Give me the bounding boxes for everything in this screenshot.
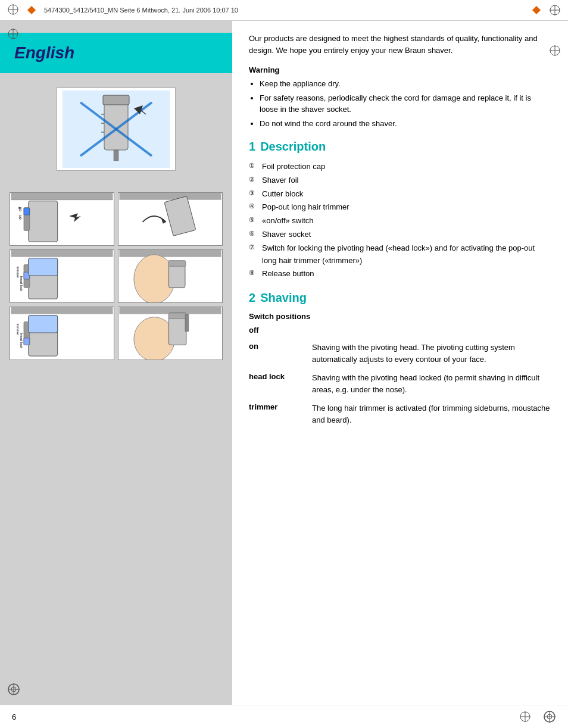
- diamond-mark-right: [532, 6, 541, 14]
- shaver-diagram-svg: [63, 90, 170, 168]
- svg-rect-55: [29, 315, 58, 333]
- desc-num-4: ④: [249, 201, 258, 214]
- main-content: Our products are designed to meet the hi…: [232, 21, 568, 705]
- description-list: ① Foil protection cap ② Shaver foil ③ Cu…: [249, 161, 551, 280]
- section1-title: Description: [260, 140, 326, 154]
- desc-text-4: Pop-out long hair trimmer: [262, 201, 349, 214]
- page: 5474300_5412/5410_MN Seite 6 Mittwoch, 2…: [0, 0, 568, 728]
- desc-num-8: ⑧: [249, 268, 258, 280]
- switch-row-headlock: head lock Shaving with the pivoting head…: [249, 372, 551, 395]
- desc-item-5: ⑤ «on/off» switch: [249, 215, 551, 227]
- switch-term-headlock: head lock: [249, 372, 302, 381]
- page-footer: 6: [0, 705, 568, 728]
- svg-rect-29: [24, 208, 30, 215]
- svg-rect-62: [169, 313, 186, 319]
- switch-row-on: on Shaving with the pivoting head. The p…: [249, 342, 551, 365]
- corner-reg-tr: [549, 45, 561, 58]
- language-label: English: [14, 43, 74, 62]
- desc-num-6: ⑥: [249, 229, 258, 241]
- warning-title: Warning: [249, 65, 551, 74]
- content-area: English: [0, 21, 568, 705]
- diagram-use-3: [118, 307, 223, 360]
- corner-reg-br-outer: [543, 710, 556, 723]
- desc-text-6: Shaver socket: [262, 229, 311, 241]
- warning-list: Keep the appliance dry. For safety reaso…: [249, 78, 551, 129]
- svg-rect-16: [114, 150, 118, 161]
- file-info: 5474300_5412/5410_MN Seite 6 Mittwoch, 2…: [44, 7, 238, 14]
- desc-item-1: ① Foil protection cap: [249, 161, 551, 173]
- english-banner: English: [0, 33, 232, 73]
- warning-item-3: Do not wind the cord around the shaver.: [260, 118, 551, 130]
- desc-text-1: Foil protection cap: [262, 161, 325, 173]
- corner-reg-tl: [7, 28, 19, 42]
- svg-rect-63: [185, 314, 189, 332]
- warning-item-2: For safety reasons, periodically check t…: [260, 92, 551, 115]
- switch-desc-trimmer: The long hair trimmer is activated (for …: [312, 402, 551, 426]
- desc-num-3: ③: [249, 188, 258, 201]
- desc-text-7: Switch for locking the pivoting head («h…: [262, 242, 551, 267]
- top-image-area: [0, 73, 232, 177]
- registration-mark-top-left: [7, 4, 19, 17]
- switch-desc-headlock: Shaving with the pivoting head locked (t…: [312, 372, 551, 395]
- section2-number: 2: [249, 291, 255, 305]
- svg-rect-49: [168, 261, 186, 267]
- sidebar: English: [0, 21, 232, 705]
- switch-term-trimmer: trimmer: [249, 402, 302, 411]
- corner-reg-bl: [7, 683, 20, 698]
- diagrams-grid: off on: [10, 192, 223, 360]
- svg-rect-25: [11, 193, 113, 200]
- diamond-mark: [27, 6, 36, 14]
- svg-text:on: on: [18, 215, 22, 220]
- desc-item-8: ⑧ Release button: [249, 268, 551, 280]
- desc-num-5: ⑤: [249, 215, 258, 227]
- desc-num-7: ⑦: [249, 242, 258, 267]
- svg-text:head lock: head lock: [20, 333, 23, 348]
- desc-item-7: ⑦ Switch for locking the pivoting head (…: [249, 242, 551, 267]
- svg-rect-15: [103, 95, 129, 105]
- desc-num-2: ②: [249, 174, 258, 187]
- shaver-top-image: [57, 88, 176, 171]
- desc-item-3: ③ Cutter block: [249, 188, 551, 201]
- desc-item-6: ⑥ Shaver socket: [249, 229, 551, 241]
- corner-reg-br-inner: [519, 711, 531, 723]
- svg-text:head lock: head lock: [20, 276, 23, 291]
- svg-rect-34: [119, 193, 221, 200]
- svg-rect-46: [119, 250, 221, 257]
- switch-desc-on: Shaving with the pivoting head. The pivo…: [312, 342, 551, 365]
- switch-term-on: on: [249, 342, 302, 351]
- switch-row-off: off: [249, 326, 551, 335]
- svg-rect-42: [29, 258, 58, 276]
- section2-heading: 2 Shaving: [249, 291, 551, 305]
- diagram-switch-1: off on: [10, 192, 114, 246]
- section1-number: 1: [249, 140, 255, 154]
- desc-num-1: ①: [249, 161, 258, 173]
- svg-rect-54: [24, 338, 30, 345]
- page-number: 6: [12, 713, 16, 721]
- svg-text:off: off: [18, 207, 22, 211]
- switch-positions-title: Switch positions: [249, 312, 551, 321]
- diagram-switch-2: trimmer head lock: [10, 249, 114, 303]
- diagram-use-2: [118, 249, 223, 303]
- registration-mark-top-right: [533, 4, 561, 16]
- top-bar: 5474300_5412/5410_MN Seite 6 Mittwoch, 2…: [0, 0, 568, 21]
- desc-item-2: ② Shaver foil: [249, 174, 551, 187]
- diagram-switch-3: trimmer head lock: [10, 307, 114, 360]
- section2-title: Shaving: [260, 291, 307, 305]
- svg-rect-38: [11, 250, 113, 257]
- warning-item-1: Keep the appliance dry.: [260, 78, 551, 90]
- diagram-use-1: [118, 192, 223, 246]
- svg-rect-27: [29, 201, 58, 242]
- bottom-diagrams: off on: [0, 177, 232, 366]
- desc-text-8: Release button: [262, 268, 314, 280]
- svg-rect-51: [11, 307, 113, 314]
- desc-text-3: Cutter block: [262, 188, 303, 201]
- desc-text-5: «on/off» switch: [262, 215, 313, 227]
- section1-heading: 1 Description: [249, 140, 551, 154]
- intro-text: Our products are designed to meet the hi…: [249, 33, 551, 56]
- desc-item-4: ④ Pop-out long hair trimmer: [249, 201, 551, 214]
- switch-row-trimmer: trimmer The long hair trimmer is activat…: [249, 402, 551, 426]
- desc-text-2: Shaver foil: [262, 174, 298, 187]
- switch-term-off: off: [249, 326, 302, 335]
- warning-section: Warning Keep the appliance dry. For safe…: [249, 65, 551, 129]
